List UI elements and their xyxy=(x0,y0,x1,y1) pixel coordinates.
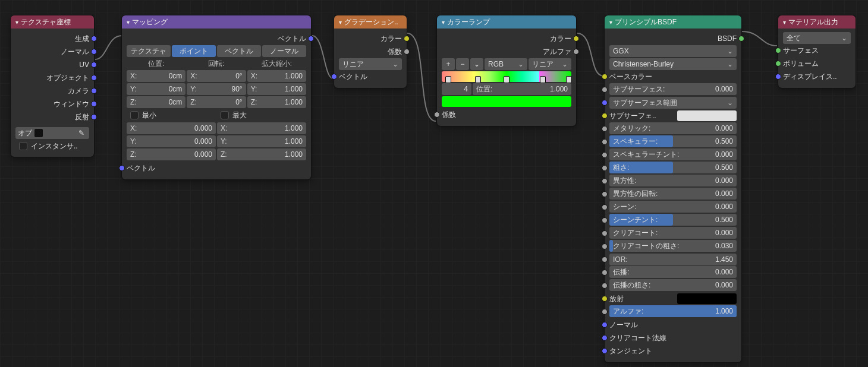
out-fac[interactable]: 係数 xyxy=(339,45,402,58)
out-alpha[interactable]: アルファ xyxy=(442,45,571,58)
in-trans-r[interactable]: 伝播の粗さ:0.000 xyxy=(609,279,737,292)
in-tangent[interactable]: タンジェント xyxy=(609,344,737,357)
ramp-menu[interactable]: ⌄ xyxy=(470,58,483,70)
ramp-del[interactable]: − xyxy=(456,58,469,70)
eyedropper-icon[interactable]: ✎ xyxy=(76,129,87,137)
node-header[interactable]: テクスチャ座標 xyxy=(11,15,94,29)
rot-z[interactable]: Z:0° xyxy=(187,96,246,108)
ramp-pos[interactable]: 位置:1.000 xyxy=(473,83,571,95)
in-surface[interactable]: サーフェス xyxy=(783,44,851,57)
loc-z[interactable]: Z:0cm xyxy=(127,96,185,108)
out-object[interactable]: オブジェクト xyxy=(15,71,89,84)
tab-point[interactable]: ポイント xyxy=(172,45,216,57)
in-ior[interactable]: IOR:1.450 xyxy=(609,253,737,266)
node-bsdf[interactable]: プリンシプルBSDF BSDF GGX Christensen-Burley ベ… xyxy=(605,15,741,362)
gradient-type[interactable]: リニア xyxy=(339,58,402,70)
out-camera[interactable]: カメラ xyxy=(15,84,89,97)
loc-y[interactable]: Y:0cm xyxy=(127,83,185,95)
node-output[interactable]: マテリアル出力 全て サーフェス ボリューム ディスプレイス.. xyxy=(778,15,856,88)
out-vector[interactable]: ベクトル xyxy=(127,32,306,45)
out-normal[interactable]: ノーマル xyxy=(15,45,89,58)
in-sheen-t[interactable]: シーンチント:0.500 xyxy=(609,214,737,227)
in-aniso[interactable]: 異方性:0.000 xyxy=(609,175,737,188)
in-cc-normal[interactable]: クリアコート法線 xyxy=(609,331,737,344)
out-color[interactable]: カラー xyxy=(442,32,571,45)
loc-x[interactable]: X:0cm xyxy=(127,70,185,82)
tab-normal[interactable]: ノーマル xyxy=(262,45,306,57)
out-color[interactable]: カラー xyxy=(339,32,402,45)
in-metal[interactable]: メタリック:0.000 xyxy=(609,122,737,135)
in-aniso-r[interactable]: 異方性の回転:0.000 xyxy=(609,188,737,201)
out-reflection[interactable]: 反射 xyxy=(15,110,89,124)
in-spec[interactable]: スペキュラー:0.500 xyxy=(609,135,737,148)
in-vector[interactable]: ベクトル xyxy=(339,70,402,83)
in-clear-r[interactable]: クリアコートの粗さ:0.030 xyxy=(609,240,737,253)
node-header[interactable]: マッピング xyxy=(122,15,311,29)
ramp-add[interactable]: + xyxy=(442,58,455,70)
node-mapping[interactable]: マッピング ベクトル テクスチャ ポイント ベクトル ノーマル 位置:回転:拡大… xyxy=(122,15,311,179)
out-window[interactable]: ウィンドウ xyxy=(15,97,89,110)
min-check[interactable]: 最小 xyxy=(127,109,216,121)
sss-method[interactable]: Christensen-Burley xyxy=(609,58,737,70)
node-header[interactable]: マテリアル出力 xyxy=(778,15,856,29)
in-fac[interactable]: 係数 xyxy=(442,108,571,121)
in-subsurface[interactable]: サブサーフェス:0.000 xyxy=(609,83,737,96)
node-header[interactable]: プリンシプルBSDF xyxy=(605,15,741,29)
scale-y[interactable]: Y:1.000 xyxy=(247,83,306,95)
output-target[interactable]: 全て xyxy=(783,32,851,44)
ramp-interp[interactable]: リニア xyxy=(529,58,571,70)
ramp-color[interactable] xyxy=(442,96,571,107)
object-picker[interactable]: オブ✎ xyxy=(15,127,89,139)
in-emit[interactable]: 放射 xyxy=(609,292,737,305)
node-gradient[interactable]: グラデーション.. カラー 係数 リニア ベクトル xyxy=(334,15,407,88)
instancer-check[interactable]: インスタンサ.. xyxy=(15,140,89,152)
rot-y[interactable]: Y:90° xyxy=(187,83,246,95)
node-colorramp[interactable]: カラーランプ カラー アルファ + − ⌄ RGB リニア 4 位置:1.000… xyxy=(437,15,576,126)
scale-z[interactable]: Z:1.000 xyxy=(247,96,306,108)
node-header[interactable]: カラーランプ xyxy=(437,15,576,29)
tab-texture[interactable]: テクスチャ xyxy=(127,45,171,57)
rot-x[interactable]: X:0° xyxy=(187,70,246,82)
in-alpha[interactable]: アルファ:1.000 xyxy=(609,305,737,318)
in-clear[interactable]: クリアコート:0.000 xyxy=(609,227,737,240)
color-ramp[interactable] xyxy=(442,71,571,82)
ramp-index[interactable]: 4 xyxy=(442,83,471,95)
ramp-mode[interactable]: RGB xyxy=(485,58,527,70)
in-trans[interactable]: 伝播:0.000 xyxy=(609,266,737,279)
out-uv[interactable]: UV xyxy=(15,58,89,71)
in-volume[interactable]: ボリューム xyxy=(783,57,851,70)
tab-vector[interactable]: ベクトル xyxy=(217,45,261,57)
distribution[interactable]: GGX xyxy=(609,45,737,57)
in-normal[interactable]: ノーマル xyxy=(609,318,737,331)
in-sheen[interactable]: シーン:0.000 xyxy=(609,201,737,214)
node-header[interactable]: グラデーション.. xyxy=(334,15,407,29)
in-vector[interactable]: ベクトル xyxy=(127,162,306,175)
scale-x[interactable]: X:1.000 xyxy=(247,70,306,82)
in-disp[interactable]: ディスプレイス.. xyxy=(783,70,851,83)
out-bsdf[interactable]: BSDF xyxy=(609,32,737,45)
in-sub-radius[interactable]: サブサーフェス範囲 xyxy=(609,96,737,109)
in-spec-tint[interactable]: スペキュラーチント:0.000 xyxy=(609,148,737,162)
max-check[interactable]: 最大 xyxy=(217,109,306,121)
in-rough[interactable]: 粗さ:0.500 xyxy=(609,162,737,175)
out-generated[interactable]: 生成 xyxy=(15,32,89,45)
in-base[interactable]: ベースカラー xyxy=(609,70,737,83)
node-texcoord[interactable]: テクスチャ座標 生成 ノーマル UV オブジェクト カメラ ウィンドウ 反射 オ… xyxy=(11,15,94,157)
in-sub-color[interactable]: サブサーフェ.. xyxy=(609,109,737,122)
